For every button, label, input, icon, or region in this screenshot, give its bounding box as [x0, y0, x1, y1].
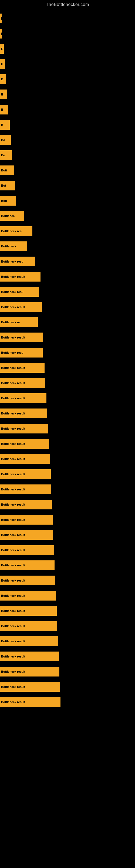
bar: Bottleneck result — [0, 333, 43, 342]
bar: Bottleneck result — [0, 424, 48, 433]
bar-row: Bottleneck result — [0, 375, 135, 391]
bar-row: Bottleneck result — [0, 588, 135, 603]
bar-row: E — [0, 87, 135, 102]
bar-row: Bottleneck result — [0, 694, 135, 710]
bar: Bottleneck result — [0, 378, 45, 388]
bar-row: E — [0, 41, 135, 56]
bar-row: Bottleneck result — [0, 269, 135, 284]
bar-row: Bottleneck result — [0, 603, 135, 618]
bar-row: Bott — [0, 163, 135, 178]
bar-row: Bottleneck resu — [0, 345, 135, 360]
bar-label: Bottleneck re — [1, 321, 20, 324]
bar: Bottleneck result — [0, 560, 54, 570]
bar: Bottleneck result — [0, 591, 56, 600]
bar-label: Bottleneck result — [1, 366, 25, 369]
bar-label: Bo — [1, 138, 5, 142]
bar-label: Bottleneck result — [1, 685, 25, 688]
bar-label: E — [1, 47, 3, 51]
bar-label: H — [1, 62, 3, 66]
bar: Bottleneck result — [0, 637, 58, 646]
bar: Bottleneck result — [0, 454, 50, 464]
bar-row: Bottleneck result — [0, 542, 135, 558]
bar-row: Bottleneck result — [0, 633, 135, 649]
bar-row: Bottleneck result — [0, 482, 135, 497]
bar: Bottleneck result — [0, 652, 59, 661]
bar-label: Bottleneck — [1, 245, 16, 248]
bar-row: | — [0, 26, 135, 41]
bar-row: Bottleneck result — [0, 360, 135, 375]
bar-row: Bottleneck — [0, 239, 135, 254]
bar-row: Bottleneck resu — [0, 284, 135, 300]
bar-row: Bottleneck result — [0, 679, 135, 694]
bar: Bottlenec — [0, 211, 24, 221]
bar-label: | — [1, 17, 2, 20]
bar: Bottleneck result — [0, 621, 57, 631]
bar: Bottleneck — [0, 241, 27, 251]
bar: Bottleneck result — [0, 576, 55, 585]
bar-label: Bottleneck result — [1, 670, 25, 673]
bar: Bottleneck result — [0, 363, 45, 373]
bar-label: Bottleneck result — [1, 640, 25, 643]
bar-label: E — [1, 93, 3, 96]
bar: B — [0, 120, 10, 130]
bar-row: B — [0, 117, 135, 132]
bar-row: Bottleneck resu — [0, 254, 135, 269]
bar-label: Bottleneck result — [1, 427, 25, 430]
bar-label: Bott — [1, 169, 7, 172]
bar: Bot — [0, 181, 15, 190]
bar-label: Bottleneck result — [1, 503, 25, 506]
bar-row: Bo — [0, 148, 135, 163]
bar-label: Bottleneck result — [1, 275, 25, 278]
bar-row: Bottleneck result — [0, 573, 135, 588]
bar-row: Bottleneck res — [0, 223, 135, 239]
bar-row: Bottleneck result — [0, 664, 135, 679]
bars-container: ||EHBEBBBoBoBottBotBottBottlenecBottlene… — [0, 8, 135, 710]
bar: Bott — [0, 165, 14, 175]
bar: Bott — [0, 196, 16, 206]
bar: Bottleneck res — [0, 226, 32, 236]
bar: Bottleneck result — [0, 393, 46, 403]
bar-row: Bottleneck result — [0, 649, 135, 664]
bar-row: Bottleneck result — [0, 391, 135, 406]
bar-label: Bottleneck result — [1, 549, 25, 552]
bar: | — [0, 29, 2, 38]
bar: Bottleneck result — [0, 682, 60, 692]
bar-row: Bottleneck result — [0, 558, 135, 573]
bar: Bottleneck result — [0, 530, 53, 540]
bar-row: Bottlenec — [0, 208, 135, 223]
bar: Bo — [0, 150, 12, 160]
bar: Bottleneck result — [0, 667, 59, 677]
bar-label: Bottleneck result — [1, 609, 25, 613]
bar-row: Bottleneck re — [0, 315, 135, 330]
bar-label: B — [1, 78, 3, 81]
bar-label: Bo — [1, 154, 5, 157]
bar-label: Bottleneck result — [1, 381, 25, 384]
bar-label: Bottleneck result — [1, 579, 25, 582]
bar-label: Bottlenec — [1, 214, 14, 218]
bar-label: Bottleneck resu — [1, 260, 24, 263]
bar: E — [0, 44, 4, 54]
bar-row: Bottleneck result — [0, 497, 135, 512]
bar: Bottleneck result — [0, 439, 49, 448]
bar-row: Bottleneck result — [0, 436, 135, 452]
bar: Bottleneck result — [0, 515, 53, 525]
bar-row: Bottleneck result — [0, 527, 135, 542]
bar: Bottleneck resu — [0, 348, 43, 358]
bar: Bottleneck result — [0, 545, 54, 555]
bar-row: B — [0, 72, 135, 87]
bar-row: B — [0, 102, 135, 117]
bar-row: Bottleneck result — [0, 330, 135, 345]
bar-label: Bottleneck result — [1, 655, 25, 658]
bar: Bottleneck result — [0, 500, 52, 509]
bar-row: Bottleneck result — [0, 421, 135, 436]
bar: Bottleneck resu — [0, 257, 35, 267]
bar-label: Bott — [1, 199, 7, 203]
bar-label: Bottleneck result — [1, 533, 25, 536]
bar-label: Bottleneck result — [1, 488, 25, 491]
bar-row: Bottleneck result — [0, 512, 135, 527]
bar-label: Bottleneck result — [1, 412, 25, 415]
bar-label: Bottleneck result — [1, 472, 25, 476]
bar-label: Bottleneck result — [1, 457, 25, 461]
bar: Bottleneck result — [0, 302, 42, 312]
bar-label: Bottleneck result — [1, 564, 25, 567]
